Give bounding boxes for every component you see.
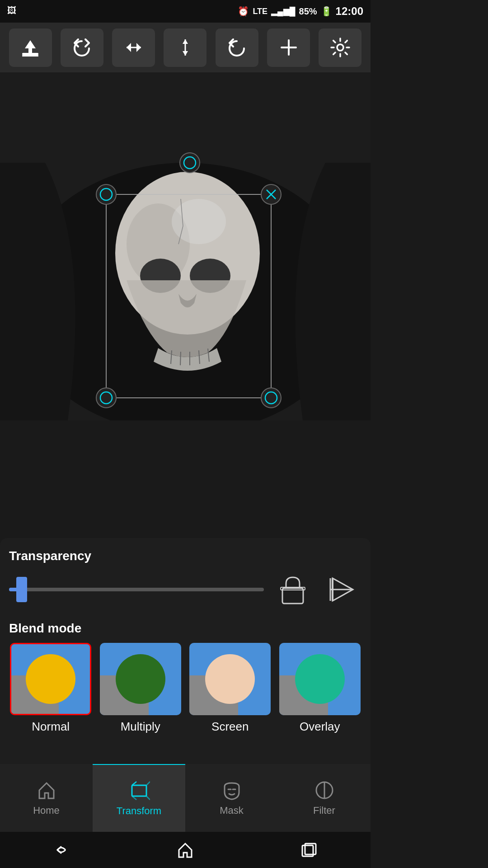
svg-point-32 [180, 153, 200, 173]
transform-icon [128, 780, 150, 802]
flip-button[interactable] [112, 28, 155, 67]
svg-marker-5 [183, 39, 188, 44]
transparency-label: Transparency [9, 549, 361, 563]
settings-icon [329, 37, 351, 58]
undo-button[interactable] [216, 28, 258, 67]
bottom-panel: Transparency Blend mode [0, 538, 371, 764]
blend-mode-multiply[interactable]: Multiply [99, 643, 183, 734]
lock-icon-box[interactable] [273, 571, 313, 608]
blend-circle-overlay [295, 654, 345, 704]
svg-point-28 [96, 388, 116, 408]
blend-mode-overlay[interactable]: Overlay [278, 643, 362, 734]
transparency-slider-row [9, 571, 361, 608]
alarm-icon: ⏰ [238, 6, 249, 17]
nav-home[interactable]: Home [0, 764, 93, 832]
filter-icon [314, 779, 335, 801]
flip-icon-box[interactable] [322, 571, 361, 608]
nav-filter-label: Filter [313, 805, 335, 816]
status-bar-left-icons: 🖼 [7, 5, 16, 16]
svg-point-9 [337, 44, 343, 51]
status-bar: 🖼 ⏰ LTE ▂▄▆█ 85% 🔋 12:00 [0, 0, 371, 23]
canvas-svg [0, 72, 371, 420]
resize-button[interactable] [164, 28, 206, 67]
resize-icon [174, 37, 196, 58]
svg-line-17 [180, 352, 181, 365]
nav-home-label: Home [33, 805, 60, 816]
svg-marker-3 [127, 43, 131, 52]
settings-button[interactable] [319, 28, 361, 67]
export-button[interactable] [9, 28, 52, 67]
blend-thumb-screen[interactable] [189, 643, 271, 715]
flip-vertical-icon [326, 574, 357, 605]
bottom-nav: Home Transform Mask Filter [0, 764, 371, 832]
blend-circle-normal [26, 654, 75, 704]
blend-label-normal: Normal [32, 720, 70, 734]
export-icon [19, 37, 41, 58]
blend-label-multiply: Multiply [121, 720, 160, 734]
signal-icon: ▂▄▆█ [271, 6, 296, 16]
blend-thumb-normal[interactable] [10, 643, 91, 715]
back-button[interactable] [48, 836, 75, 863]
blend-mode-row: Normal Multiply Screen Overlay [9, 643, 361, 734]
canvas-area[interactable] [0, 72, 371, 420]
home-icon [36, 779, 57, 801]
transparency-slider[interactable] [9, 576, 264, 603]
svg-rect-34 [282, 588, 303, 604]
svg-marker-6 [183, 51, 188, 56]
recents-button[interactable] [295, 836, 322, 863]
blend-thumb-overlay[interactable] [279, 643, 361, 715]
home-system-icon [175, 840, 195, 860]
undo-icon [226, 37, 248, 58]
recents-icon [299, 840, 319, 860]
blend-mode-screen[interactable]: Screen [188, 643, 272, 734]
home-system-button[interactable] [172, 836, 199, 863]
blend-circle-screen [205, 654, 255, 704]
nav-filter[interactable]: Filter [278, 764, 371, 832]
mask-icon [221, 779, 243, 801]
system-nav [0, 832, 371, 868]
svg-point-23 [96, 184, 116, 204]
svg-rect-1 [22, 55, 38, 57]
svg-line-38 [146, 782, 150, 785]
redo-button[interactable] [61, 28, 103, 67]
blend-thumb-multiply[interactable] [100, 643, 181, 715]
battery-icon: 🔋 [321, 6, 332, 17]
add-button[interactable] [267, 28, 310, 67]
status-icons: ⏰ LTE ▂▄▆█ 85% 🔋 12:00 [238, 5, 363, 18]
back-icon [52, 840, 72, 860]
svg-line-39 [146, 796, 150, 800]
nav-transform-label: Transform [117, 805, 161, 817]
nav-mask-label: Mask [220, 805, 244, 816]
blend-mode-normal[interactable]: Normal [9, 643, 93, 734]
slider-track [9, 588, 264, 591]
slider-thumb[interactable] [16, 577, 27, 602]
blend-label-screen: Screen [211, 720, 249, 734]
redo-icon [71, 37, 93, 58]
time-display: 12:00 [336, 5, 363, 18]
nav-transform[interactable]: Transform [93, 764, 185, 832]
add-icon [278, 37, 300, 58]
toolbar [0, 23, 371, 72]
svg-point-30 [261, 388, 281, 408]
lock-icon [277, 574, 309, 605]
blend-label-overlay: Overlay [300, 720, 340, 734]
battery-level: 85% [299, 6, 317, 17]
svg-marker-4 [136, 43, 141, 52]
nav-mask[interactable]: Mask [185, 764, 278, 832]
lte-label: LTE [253, 7, 267, 16]
svg-rect-36 [132, 785, 146, 796]
flip-icon [123, 37, 145, 58]
svg-rect-0 [22, 53, 38, 55]
svg-marker-2 [25, 40, 36, 53]
blend-mode-label: Blend mode [9, 621, 361, 636]
blend-circle-multiply [116, 654, 165, 704]
